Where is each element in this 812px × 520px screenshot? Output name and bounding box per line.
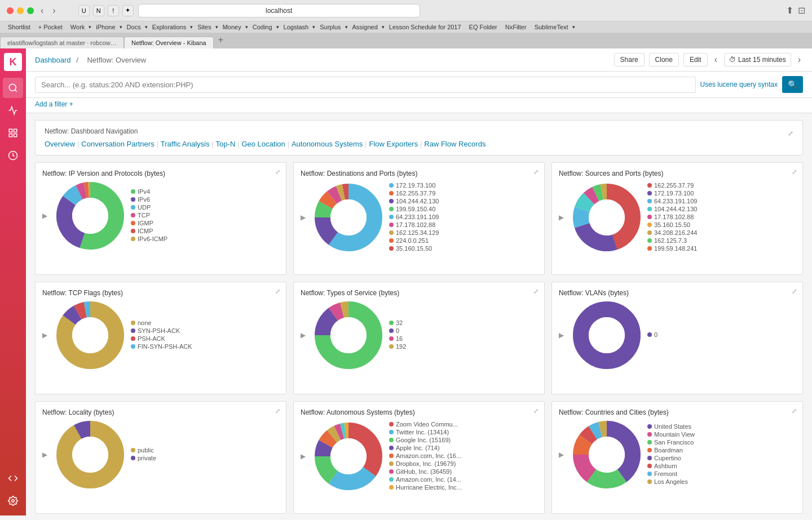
new-tab-button[interactable]: +	[214, 33, 228, 47]
expand-chart-ip-version[interactable]: ⤢	[275, 168, 280, 176]
sidebar: K	[0, 48, 26, 515]
nav-link-raw[interactable]: Raw Flow Records	[424, 140, 486, 148]
nav-link-autonomous[interactable]: Autonomous Systems	[292, 140, 363, 148]
search-input[interactable]	[35, 77, 696, 93]
sidebar-discover[interactable]	[3, 78, 23, 98]
extension-icon-2[interactable]: N	[93, 5, 104, 16]
legend-dot	[131, 321, 135, 325]
legend-item: ICMP	[131, 228, 279, 234]
expand-nav-icon[interactable]: ⤢	[788, 130, 793, 137]
legend-dot	[647, 215, 652, 219]
extension-icon-1[interactable]: U	[78, 5, 90, 16]
extension-icon-3[interactable]: !	[108, 5, 119, 16]
chart-title-tcp-flags: Netflow: TCP Flags (bytes)	[42, 289, 279, 297]
legend-toggle-sources-ports[interactable]: ▶	[559, 214, 564, 221]
legend-toggle-types-of-service[interactable]: ▶	[301, 331, 306, 339]
nav-coding[interactable]: Coding	[249, 23, 276, 32]
nav-link-topn[interactable]: Top-N	[216, 140, 236, 148]
clone-button[interactable]: Clone	[649, 53, 679, 66]
time-range-picker[interactable]: ⏱ Last 15 minutes	[724, 53, 791, 66]
nav-work[interactable]: Work	[67, 23, 88, 32]
nav-link-conversation[interactable]: Conversation Partners	[81, 140, 154, 148]
tab-2[interactable]: Netflow: Overview - Kibana	[124, 37, 214, 48]
sidebar-devtools[interactable]	[3, 468, 23, 488]
legend-label: Mountain View	[654, 431, 695, 438]
extension-icon-4[interactable]: ✦	[122, 5, 134, 16]
top-bar: Dashboard / Netflow: Overview Share Clon…	[26, 48, 812, 72]
sidebar-timelion[interactable]	[3, 145, 23, 166]
legend-label: Los Angeles	[654, 478, 688, 485]
expand-chart-sources-ports[interactable]: ⤢	[792, 168, 797, 176]
sidebar-dashboard[interactable]	[3, 123, 23, 143]
expand-chart-vlans[interactable]: ⤢	[792, 288, 797, 295]
close-button[interactable]	[7, 7, 14, 14]
legend-toggle-autonomous-systems[interactable]: ▶	[301, 452, 306, 460]
maximize-button[interactable]	[27, 7, 34, 14]
nav-sublimetext[interactable]: SublimeText	[531, 23, 572, 32]
nav-logstash[interactable]: Logstash	[280, 23, 312, 32]
nav-iphone[interactable]: iPhone	[92, 23, 118, 32]
edit-button[interactable]: Edit	[683, 53, 708, 66]
add-filter-button[interactable]: Add a filter +	[35, 100, 73, 108]
back-button[interactable]: ‹	[38, 5, 46, 17]
legend-toggle-tcp-flags[interactable]: ▶	[42, 331, 47, 339]
legend-toggle-ip-version[interactable]: ▶	[42, 212, 47, 220]
sidebar-management[interactable]	[3, 491, 23, 511]
nav-sites[interactable]: Sites	[194, 23, 214, 32]
forward-button[interactable]: ›	[50, 5, 58, 17]
nav-link-geo[interactable]: Geo Location	[241, 140, 285, 148]
minimize-button[interactable]	[17, 7, 24, 14]
nav-pocket[interactable]: + Pocket	[35, 23, 66, 32]
nav-lesson[interactable]: Lesson Schedule for 2017	[386, 23, 465, 32]
share-icon[interactable]: ⬆	[786, 5, 793, 16]
breadcrumb-root[interactable]: Dashboard	[35, 56, 71, 64]
nav-link-traffic[interactable]: Traffic Analysis	[161, 140, 210, 148]
legend-label: Cupertino	[654, 455, 681, 461]
expand-chart-types-of-service[interactable]: ⤢	[533, 288, 539, 295]
legend-toggle-destinations-ports[interactable]: ▶	[301, 214, 306, 221]
legend-toggle-countries-cities[interactable]: ▶	[559, 451, 564, 459]
nav-link-flow[interactable]: Flow Exporters	[369, 140, 418, 148]
expand-chart-destinations-ports[interactable]: ⤢	[533, 168, 539, 176]
tab-1[interactable]: elastiflow/logstash at master · robcowar…	[0, 37, 124, 48]
expand-chart-countries-cities[interactable]: ⤢	[792, 407, 797, 415]
legend-dot	[389, 446, 394, 450]
nav-nxfilter[interactable]: NxFilter	[502, 23, 530, 32]
chart-panel-sources-ports: Netflow: Sources and Ports (bytes) ⤢ ▶ 1…	[551, 162, 803, 275]
nav-explorations[interactable]: Explorations	[149, 23, 190, 32]
expand-chart-autonomous-systems[interactable]: ⤢	[533, 407, 539, 415]
donut-ip-version	[56, 182, 124, 250]
share-button[interactable]: Share	[614, 53, 645, 66]
svg-point-0	[9, 84, 16, 91]
prev-time-button[interactable]: ‹	[712, 54, 720, 66]
url-bar[interactable]: localhost	[138, 4, 420, 17]
legend-toggle-locality[interactable]: ▶	[42, 451, 47, 459]
chart-title-types-of-service: Netflow: Types of Service (bytes)	[301, 289, 537, 297]
nav-assigned[interactable]: Assigned	[349, 23, 381, 32]
legend-item: private	[131, 455, 279, 461]
legend-item: IPv6	[131, 196, 279, 203]
window-icon[interactable]: ⊡	[798, 5, 805, 16]
nav-eq[interactable]: EQ Folder	[466, 23, 501, 32]
legend-destinations-ports: 172.19.73.100 162.255.37.79 104.244.42.1…	[389, 182, 537, 253]
sidebar-visualize[interactable]	[3, 100, 23, 121]
url-text: localhost	[266, 7, 292, 15]
nav-money[interactable]: Money	[219, 23, 245, 32]
legend-item: 104.244.42.130	[647, 206, 796, 212]
breadcrumb-separator: /	[76, 56, 80, 64]
nav-link-overview[interactable]: Overview	[45, 140, 75, 148]
search-button[interactable]: 🔍	[782, 76, 803, 93]
expand-chart-tcp-flags[interactable]: ⤢	[275, 288, 280, 295]
next-time-button[interactable]: ›	[796, 54, 803, 66]
legend-label: 199.59.150.40	[396, 206, 435, 212]
legend-label: San Francisco	[654, 439, 694, 446]
nav-surplus[interactable]: Surplus	[316, 23, 344, 32]
legend-toggle-vlans[interactable]: ▶	[559, 331, 564, 339]
legend-dot	[389, 430, 394, 434]
nav-shortlist[interactable]: Shortlist	[5, 23, 34, 32]
legend-item: Ashburn	[647, 463, 796, 469]
legend-dot	[389, 454, 394, 458]
nav-docs[interactable]: Docs	[123, 23, 144, 32]
legend-item: 35.160.15.50	[647, 221, 796, 228]
expand-chart-locality[interactable]: ⤢	[275, 407, 280, 415]
